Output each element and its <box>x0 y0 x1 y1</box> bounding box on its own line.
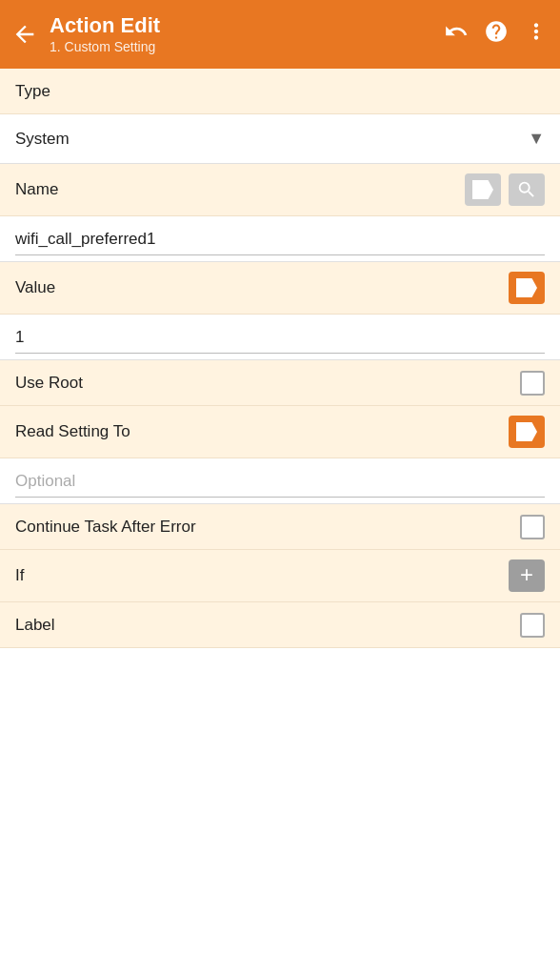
undo-icon[interactable] <box>444 19 469 50</box>
label-section: Label <box>0 602 560 648</box>
label-checkbox[interactable] <box>520 613 545 638</box>
name-section: Name <box>0 164 560 262</box>
read-setting-to-label: Read Setting To <box>15 422 130 441</box>
content: Type System ▼ Name <box>0 69 560 648</box>
header: Action Edit 1. Custom Setting <box>0 0 560 69</box>
label-checkbox-row: Label <box>15 613 545 638</box>
name-flag-button[interactable] <box>465 173 501 206</box>
use-root-label-row: Use Root <box>0 360 560 406</box>
value-input-row <box>0 315 560 360</box>
name-input[interactable] <box>15 226 545 255</box>
dropdown-arrow-icon: ▼ <box>528 129 545 149</box>
read-setting-to-section: Read Setting To <box>0 406 560 504</box>
label-label-row: Label <box>0 602 560 648</box>
use-root-label: Use Root <box>15 374 83 393</box>
header-actions <box>444 19 549 50</box>
read-setting-to-input-row <box>0 458 560 504</box>
name-input-row <box>0 216 560 262</box>
continue-task-label: Continue Task After Error <box>15 518 196 537</box>
more-options-icon[interactable] <box>524 19 549 50</box>
name-icons <box>457 173 545 206</box>
read-setting-to-input[interactable] <box>15 468 545 498</box>
read-setting-to-flag-button[interactable] <box>509 416 545 448</box>
header-title-block: Action Edit 1. Custom Setting <box>50 13 444 54</box>
continue-task-label-row: Continue Task After Error <box>0 504 560 550</box>
plus-icon: + <box>520 563 533 586</box>
type-label-row: Type <box>0 69 560 114</box>
value-flag-button[interactable] <box>509 272 545 304</box>
if-row: If + <box>15 559 545 592</box>
continue-task-checkbox-row: Continue Task After Error <box>15 515 545 539</box>
type-dropdown-value: System <box>15 130 70 149</box>
value-label-row: Value <box>0 262 560 315</box>
continue-task-checkbox[interactable] <box>520 515 545 539</box>
label-label: Label <box>15 616 55 635</box>
flag-icon <box>472 180 493 199</box>
name-search-button[interactable] <box>509 173 545 206</box>
header-subtitle: 1. Custom Setting <box>50 39 444 55</box>
if-label: If <box>15 566 24 585</box>
if-label-row: If + <box>0 550 560 602</box>
header-title: Action Edit <box>50 13 444 38</box>
read-setting-to-label-row: Read Setting To <box>0 406 560 458</box>
help-icon[interactable] <box>484 19 509 50</box>
value-icons <box>501 272 545 304</box>
use-root-section: Use Root <box>0 360 560 406</box>
name-label: Name <box>15 180 58 199</box>
value-input[interactable] <box>15 324 545 354</box>
use-root-checkbox[interactable] <box>520 371 545 396</box>
read-flag-icon <box>516 422 537 441</box>
use-root-checkbox-row: Use Root <box>15 371 545 396</box>
continue-task-section: Continue Task After Error <box>0 504 560 550</box>
if-section: If + <box>0 550 560 602</box>
type-section: Type System ▼ <box>0 69 560 164</box>
type-label: Type <box>15 82 50 101</box>
value-section: Value <box>0 262 560 360</box>
back-button[interactable] <box>11 21 38 48</box>
name-label-row: Name <box>0 164 560 216</box>
value-label: Value <box>15 278 55 297</box>
if-plus-button[interactable]: + <box>509 559 545 592</box>
flag-icon-orange <box>516 278 537 297</box>
read-setting-to-icons <box>501 416 545 448</box>
type-dropdown-row[interactable]: System ▼ <box>0 114 560 164</box>
